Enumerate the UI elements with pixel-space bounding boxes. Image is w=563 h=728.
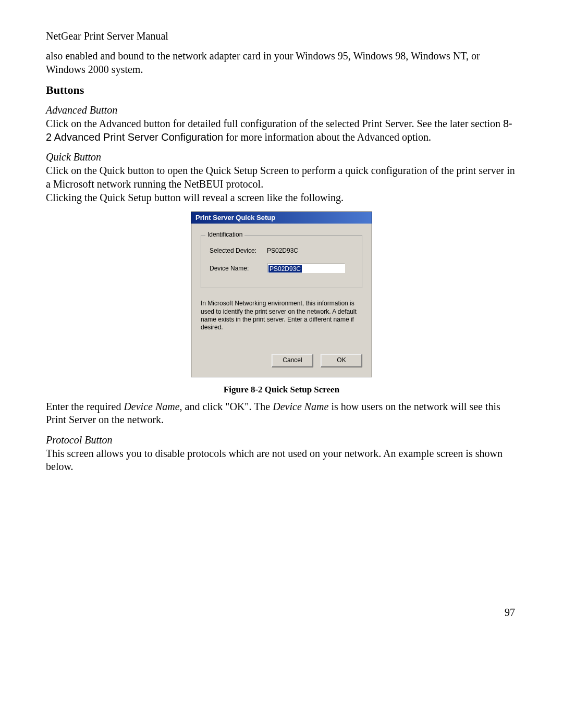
quick-description-1: Click on the Quick button to open the Qu… xyxy=(46,164,517,191)
subheading-protocol: Protocol Button xyxy=(46,434,517,446)
selected-device-row: Selected Device: PS02D93C xyxy=(210,247,353,254)
running-header: NetGear Print Server Manual xyxy=(46,30,517,42)
dialog-body: Identification Selected Device: PS02D93C… xyxy=(191,224,372,376)
advanced-description: Click on the Advanced button for detaile… xyxy=(46,117,517,144)
device-name-label: Device Name: xyxy=(210,265,267,272)
protocol-description: This screen allows you to disable protoc… xyxy=(46,447,517,474)
device-name-term: Device Name xyxy=(273,401,328,412)
quick-setup-dialog: Print Server Quick Setup Identification … xyxy=(191,212,372,377)
selected-device-value: PS02D93C xyxy=(267,247,298,254)
section-heading-buttons: Buttons xyxy=(46,83,517,97)
group-legend: Identification xyxy=(205,231,244,238)
subheading-quick: Quick Button xyxy=(46,151,517,163)
device-name-term: Device Name xyxy=(124,401,179,412)
intro-continuation: also enabled and bound to the network ad… xyxy=(46,50,517,76)
selected-device-label: Selected Device: xyxy=(210,247,267,254)
identification-group: Identification Selected Device: PS02D93C… xyxy=(201,235,362,288)
text-fragment: for more information about the Advanced … xyxy=(223,131,431,143)
device-name-row: Device Name: PS02D93C xyxy=(210,264,353,273)
text-fragment: , and click "OK". The xyxy=(180,401,273,412)
dialog-button-row: Cancel OK xyxy=(201,354,362,367)
device-name-value: PS02D93C xyxy=(268,265,302,273)
ok-button[interactable]: OK xyxy=(321,354,362,367)
dialog-info-text: In Microsoft Networking environment, thi… xyxy=(201,300,362,331)
dialog-figure: Print Server Quick Setup Identification … xyxy=(46,212,517,377)
quick-description-2: Clicking the Quick Setup button will rev… xyxy=(46,191,517,205)
cancel-button[interactable]: Cancel xyxy=(272,354,313,367)
figure-caption: Figure 8-2 Quick Setup Screen xyxy=(46,385,517,395)
after-figure-text: Enter the required Device Name, and clic… xyxy=(46,400,517,427)
subheading-advanced: Advanced Button xyxy=(46,104,517,116)
page-number: 97 xyxy=(505,607,515,619)
text-fragment: Click on the Advanced button for detaile… xyxy=(46,118,503,129)
device-name-input[interactable]: PS02D93C xyxy=(267,264,345,273)
text-fragment: Enter the required xyxy=(46,401,124,412)
document-page: NetGear Print Server Manual also enabled… xyxy=(0,0,563,728)
dialog-title-bar: Print Server Quick Setup xyxy=(191,212,372,224)
